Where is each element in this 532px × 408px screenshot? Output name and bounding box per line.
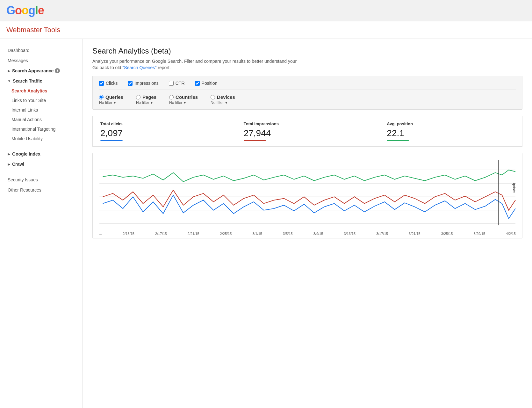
update-label: Update [512,182,516,193]
countries-label: Countries [176,94,198,100]
countries-filter[interactable]: No filter ▼ [169,100,186,105]
checkbox-position[interactable]: Position [195,81,218,86]
sidebar-section-label-index: Google Index [12,151,40,157]
link-line-prefix: Go back to old [92,65,122,70]
search-queries-link[interactable]: "Search Queries" [122,65,156,70]
x-label-0: ... [99,232,102,236]
sidebar-item-internal-links[interactable]: Internal Links [0,105,83,115]
radio-row: Queries No filter ▼ Pages No filter ▼ [99,94,516,105]
queries-label: Queries [105,94,123,100]
webmaster-tools-title: Webmaster Tools [6,26,60,34]
sidebar-item-links-to-your-site[interactable]: Links to Your Site [0,96,83,105]
x-label-10: 3/21/15 [409,232,421,236]
x-label-11: 3/25/15 [441,232,453,236]
divider [0,146,83,146]
dropdown-arrow-3: ▼ [183,101,186,105]
sidebar-section-label-traffic: Search Traffic [13,78,42,84]
logo-o1: o [15,4,22,17]
x-label-3: 2/21/15 [188,232,199,236]
info-icon[interactable]: i [55,68,60,73]
radio-devices[interactable]: Devices No filter ▼ [211,94,235,105]
checkbox-row: Clicks Impressions CTR Position [99,81,516,90]
chevron-right-icon-3: ▶ [8,163,10,166]
sidebar-item-security-issues[interactable]: Security Issues [0,175,83,185]
chevron-right-icon: ▶ [8,69,10,73]
sidebar-item-international-targeting[interactable]: International Targeting [0,124,83,134]
logo-g2: g [28,4,35,17]
page-title: Search Analytics (beta) [92,47,522,55]
devices-label: Devices [217,94,235,100]
checkbox-ctr[interactable]: CTR [169,81,185,86]
countries-radio[interactable] [169,95,174,99]
impressions-bar [244,140,266,141]
pages-radio[interactable] [136,95,140,99]
sidebar-item-other-resources[interactable]: Other Resources [0,185,83,195]
ctr-label: CTR [176,81,185,86]
sidebar-item-manual-actions[interactable]: Manual Actions [0,115,83,124]
logo-g: G [6,4,15,17]
page-description: Analyze your performance on Google Searc… [92,59,522,64]
stats-row: Total clicks 2,097 Total impressions 27,… [92,116,522,147]
main-content: Search Analytics (beta) Analyze your per… [83,39,532,408]
sidebar-item-mobile-usability[interactable]: Mobile Usability [0,134,83,143]
google-logo: Google [6,4,44,17]
filter-bar: Clicks Impressions CTR Position [92,76,522,110]
x-label-8: 3/13/15 [344,232,356,236]
stat-total-clicks: Total clicks 2,097 [93,116,236,146]
x-label-7: 3/9/15 [313,232,323,236]
devices-radio[interactable] [211,95,215,99]
total-impressions-value: 27,944 [244,128,371,138]
x-label-4: 2/25/15 [220,232,232,236]
queries-filter[interactable]: No filter ▼ [99,100,116,105]
total-impressions-label: Total impressions [244,121,371,126]
checkbox-clicks[interactable]: Clicks [99,81,118,86]
chart-svg [93,157,522,230]
avg-position-label: Avg. position [387,121,514,126]
stat-avg-position: Avg. position 22.1 [379,116,522,146]
pages-label: Pages [142,94,156,100]
queries-radio[interactable] [99,95,104,99]
sidebar-section-search-appearance[interactable]: ▶ Search Appearance i [0,66,83,76]
avg-position-value: 22.1 [387,128,514,138]
x-label-13: 4/2/15 [506,232,516,236]
clicks-label: Clicks [106,81,118,86]
radio-queries[interactable]: Queries No filter ▼ [99,94,123,105]
total-clicks-value: 2,097 [100,128,228,138]
blue-line [103,195,515,219]
layout: Dashboard Messages ▶ Search Appearance i… [0,39,532,408]
x-label-12: 3/29/15 [474,232,485,236]
clicks-checkbox[interactable] [99,81,104,86]
sidebar-section-label-crawl: Crawl [12,162,24,167]
x-label-9: 3/17/15 [376,232,388,236]
sidebar-section-crawl[interactable]: ▶ Crawl [0,159,83,169]
sidebar-item-messages[interactable]: Messages [0,55,83,66]
pages-filter[interactable]: No filter ▼ [136,100,153,105]
sidebar-item-dashboard[interactable]: Dashboard [0,45,83,55]
radio-pages[interactable]: Pages No filter ▼ [136,94,156,105]
position-checkbox[interactable] [195,81,200,86]
sidebar-section-google-index[interactable]: ▶ Google Index [0,149,83,159]
green-line [103,170,515,182]
logo-o2: o [22,4,28,17]
sidebar-section-search-traffic[interactable]: ▼ Search Traffic [0,76,83,86]
devices-filter[interactable]: No filter ▼ [211,100,228,105]
checkbox-impressions[interactable]: Impressions [128,81,158,86]
logo-l: l [35,4,38,17]
link-line-suffix: report. [156,65,170,70]
x-label-6: 3/5/15 [283,232,293,236]
clicks-bar [100,140,123,141]
chevron-down-icon: ▼ [8,79,11,83]
position-label: Position [202,81,218,86]
sidebar-item-search-analytics[interactable]: Search Analytics [0,86,83,96]
impressions-label: Impressions [134,81,158,86]
sidebar-section-label: Search Appearance [12,68,54,73]
radio-countries[interactable]: Countries No filter ▼ [169,94,198,105]
divider-2 [0,172,83,172]
total-clicks-label: Total clicks [100,121,228,126]
chart-container: Update ... 2/13/15 2/17/15 2/21/15 2/25/… [92,153,522,238]
impressions-checkbox[interactable] [128,81,133,86]
sidebar: Dashboard Messages ▶ Search Appearance i… [0,39,83,408]
x-axis-labels: ... 2/13/15 2/17/15 2/21/15 2/25/15 3/1/… [93,230,522,238]
ctr-checkbox[interactable] [169,81,174,86]
chevron-right-icon-2: ▶ [8,152,10,156]
